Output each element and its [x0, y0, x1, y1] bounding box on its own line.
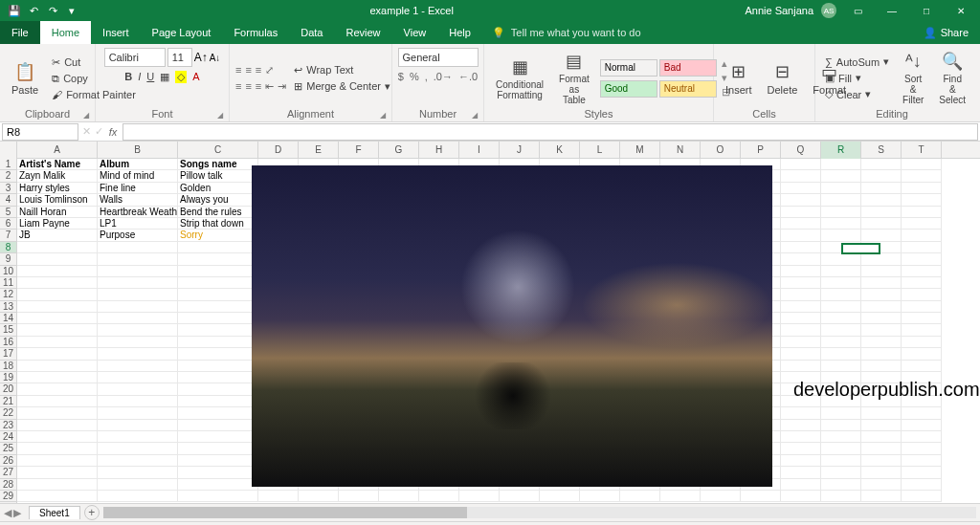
insert-cells-button[interactable]: ⊞Insert	[720, 59, 758, 98]
cell[interactable]	[781, 324, 821, 336]
cell[interactable]	[861, 431, 902, 443]
close-icon[interactable]: ✕	[947, 0, 974, 21]
cell[interactable]	[861, 194, 902, 206]
cell[interactable]	[781, 491, 821, 502]
maximize-icon[interactable]: □	[913, 0, 940, 21]
cell[interactable]	[781, 313, 821, 324]
align-center-icon[interactable]: ≡	[245, 80, 251, 93]
cell[interactable]	[821, 194, 861, 206]
column-header[interactable]: F	[339, 142, 379, 159]
cell[interactable]	[17, 348, 98, 360]
cell[interactable]	[821, 407, 861, 419]
cell[interactable]	[781, 443, 821, 454]
cell[interactable]	[781, 170, 821, 182]
cell[interactable]	[902, 431, 942, 443]
row-header[interactable]: 3	[0, 183, 16, 194]
cell[interactable]	[178, 313, 258, 324]
cell[interactable]	[781, 218, 821, 230]
cell[interactable]: Mind of mind	[98, 170, 178, 182]
cell[interactable]	[17, 253, 98, 265]
enter-icon[interactable]: ✓	[95, 125, 103, 138]
cell[interactable]	[98, 324, 178, 336]
dialog-launcher-icon[interactable]: ◢	[83, 111, 89, 120]
cell[interactable]	[821, 467, 861, 478]
cell[interactable]	[902, 420, 942, 431]
qat-customize-icon[interactable]: ▾	[65, 4, 78, 17]
row-header[interactable]: 5	[0, 207, 16, 218]
cell[interactable]	[861, 253, 902, 265]
cell[interactable]	[98, 491, 178, 502]
row-header[interactable]: 24	[0, 431, 16, 443]
cell[interactable]	[17, 242, 98, 253]
cell[interactable]	[861, 479, 902, 491]
active-cell[interactable]	[841, 243, 880, 254]
cell[interactable]	[821, 183, 861, 194]
share-button[interactable]: 👤Share	[912, 21, 980, 44]
cell[interactable]	[98, 372, 178, 383]
cell[interactable]	[861, 183, 902, 194]
cell[interactable]	[781, 183, 821, 194]
cell[interactable]	[902, 407, 942, 419]
cell[interactable]	[98, 467, 178, 478]
cell[interactable]	[902, 313, 942, 324]
cell[interactable]	[98, 396, 178, 407]
cell[interactable]	[379, 491, 419, 502]
cell[interactable]	[902, 159, 942, 170]
grow-font-icon[interactable]: A↑	[194, 51, 208, 64]
cell[interactable]: Songs name	[178, 159, 258, 170]
cell[interactable]	[902, 277, 942, 289]
cell[interactable]	[98, 383, 178, 395]
cell[interactable]	[98, 277, 178, 289]
cell[interactable]	[98, 266, 178, 277]
cell[interactable]	[178, 337, 258, 348]
cell[interactable]: Walls	[98, 194, 178, 206]
cell[interactable]	[821, 218, 861, 230]
cell[interactable]	[781, 301, 821, 313]
cell[interactable]	[98, 253, 178, 265]
name-box[interactable]: R8	[2, 123, 78, 141]
cell[interactable]	[299, 491, 339, 502]
merge-center-button[interactable]: ⊞Merge & Center ▾	[290, 79, 394, 94]
cell[interactable]	[178, 491, 258, 502]
cell[interactable]	[861, 289, 902, 300]
cell[interactable]	[178, 383, 258, 395]
cell[interactable]	[781, 277, 821, 289]
cell[interactable]: Harry styles	[17, 183, 98, 194]
cell[interactable]	[540, 491, 580, 502]
cell[interactable]	[902, 301, 942, 313]
cell[interactable]	[339, 491, 379, 502]
cell[interactable]	[17, 431, 98, 443]
cell[interactable]	[98, 313, 178, 324]
row-header[interactable]: 10	[0, 266, 16, 277]
row-header[interactable]: 26	[0, 455, 16, 467]
tab-formulas[interactable]: Formulas	[222, 21, 289, 44]
cell[interactable]	[701, 491, 741, 502]
cell[interactable]	[98, 431, 178, 443]
cell[interactable]	[861, 301, 902, 313]
cell[interactable]	[98, 443, 178, 454]
cell[interactable]	[781, 479, 821, 491]
cell[interactable]	[178, 443, 258, 454]
cell[interactable]	[580, 491, 620, 502]
wrap-text-button[interactable]: ↩Wrap Text	[290, 63, 394, 77]
cell[interactable]	[821, 207, 861, 218]
row-header[interactable]: 9	[0, 253, 16, 265]
cell[interactable]: Liam Payne	[17, 218, 98, 230]
column-header[interactable]: M	[620, 142, 660, 159]
cell[interactable]: Heartbreak Weather	[98, 207, 178, 218]
cell[interactable]	[902, 455, 942, 467]
tell-me[interactable]: 💡Tell me what you want to do	[492, 21, 641, 44]
undo-icon[interactable]: ↶	[27, 4, 40, 17]
fill-button[interactable]: ▣Fill ▾	[821, 71, 893, 85]
autosum-button[interactable]: ∑AutoSum ▾	[821, 55, 893, 69]
cell[interactable]	[98, 420, 178, 431]
cell[interactable]	[781, 407, 821, 419]
cell[interactable]	[902, 230, 942, 241]
column-header[interactable]: C	[178, 142, 258, 159]
fill-color-button[interactable]: ◇	[175, 71, 187, 83]
cell[interactable]	[459, 491, 500, 502]
cell[interactable]	[821, 420, 861, 431]
cell[interactable]	[178, 420, 258, 431]
redo-icon[interactable]: ↷	[46, 4, 59, 17]
row-header[interactable]: 16	[0, 337, 16, 348]
